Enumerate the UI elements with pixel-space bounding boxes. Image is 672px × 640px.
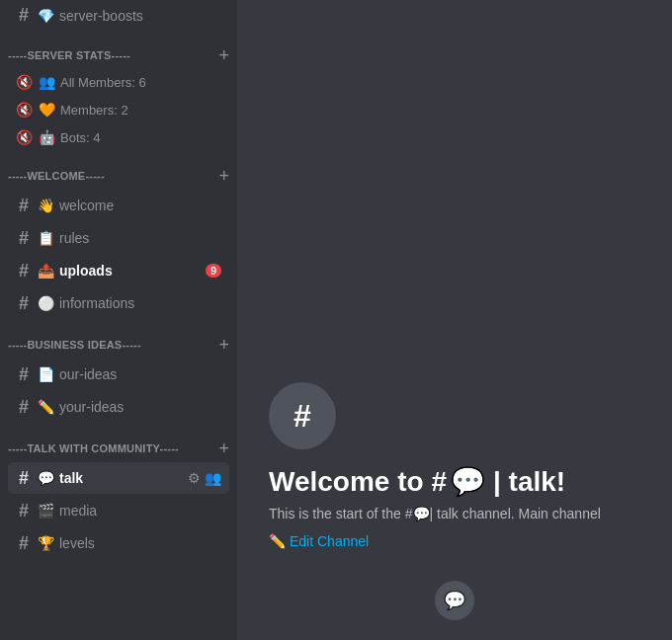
channel-name-our-ideas: our-ideas [59, 366, 221, 382]
channel-emoji-your-ideas: ✏️ [38, 399, 54, 415]
stat-emoji-0: 👥 [39, 74, 55, 90]
channel-name-your-ideas: your-ideas [59, 399, 221, 415]
channel-row-welcome[interactable]: # 👋 welcome [8, 190, 229, 221]
stat-emoji-1: 🧡 [39, 102, 55, 118]
uploads-badge: 9 [206, 264, 221, 278]
category-label-business: -----BUSINESS IDEAS----- [8, 339, 141, 351]
volume-icon-0: 🔇 [16, 74, 33, 90]
welcome-title: Welcome to #💬 | talk! [269, 465, 640, 498]
channel-emoji-our-ideas: 📄 [38, 366, 54, 382]
hash-icon: # [16, 293, 32, 314]
welcome-title-suffix: | talk! [493, 466, 565, 498]
channel-name-levels: levels [59, 535, 221, 551]
bottom-avatar-icon: 💬 [444, 590, 465, 611]
main-content: # Welcome to #💬 | talk! This is the star… [237, 0, 672, 640]
channel-emoji-talk: 💬 [38, 470, 54, 486]
channel-row-rules[interactable]: # 📋 rules [8, 222, 229, 254]
category-add-community[interactable]: + [218, 440, 229, 457]
stat-name-2: Bots: 4 [60, 130, 100, 145]
welcome-desc-text: This is the start of the # [269, 506, 413, 521]
bottom-hint: 💬 [237, 565, 672, 620]
channel-row-talk[interactable]: # 💬 talk ⚙ 👥 [8, 462, 229, 494]
members-icon[interactable]: 👥 [205, 470, 221, 486]
channel-row-levels[interactable]: # 🏆 levels [8, 527, 229, 559]
channel-talk-icons: ⚙ 👥 [188, 470, 221, 486]
channel-emoji-welcome: 👋 [38, 198, 54, 213]
category-business[interactable]: -----BUSINESS IDEAS----- + [0, 320, 237, 358]
hash-icon: # [16, 5, 32, 26]
channel-row-server-boosts[interactable]: # 💎 server-boosts [8, 1, 229, 30]
hash-icon: # [16, 501, 32, 521]
channel-name-rules: rules [59, 230, 221, 246]
hash-icon: # [16, 196, 32, 216]
category-label-server-stats: -----SERVER STATS----- [8, 49, 130, 61]
category-welcome[interactable]: -----WELCOME----- + [0, 151, 237, 189]
category-server-stats[interactable]: -----SERVER STATS----- + [0, 31, 237, 68]
volume-icon-1: 🔇 [16, 102, 33, 118]
category-add-server-stats[interactable]: + [218, 46, 229, 64]
channel-name-uploads: uploads [59, 263, 206, 279]
channel-emoji-uploads: 📤 [38, 263, 54, 279]
welcome-title-prefix: Welcome to # [269, 466, 447, 498]
hash-icon: # [16, 228, 32, 249]
channel-row-our-ideas[interactable]: # 📄 our-ideas [8, 359, 229, 390]
category-label-welcome: -----WELCOME----- [8, 170, 105, 182]
bottom-avatar: 💬 [435, 581, 474, 620]
channel-emoji-rules: 📋 [38, 230, 54, 246]
sidebar: # 💎 server-boosts -----SERVER STATS-----… [0, 0, 237, 640]
channel-name-welcome: welcome [59, 198, 221, 213]
welcome-section: # Welcome to #💬 | talk! This is the star… [237, 359, 672, 565]
category-label-community: -----TALK WITH COMMUNITY----- [8, 442, 179, 454]
channel-emoji-media: 🎬 [38, 503, 54, 519]
channel-name-informations: informations [59, 295, 221, 311]
channel-row-media[interactable]: # 🎬 media [8, 495, 229, 526]
stat-row-all-members[interactable]: 🔇 👥 All Members: 6 [0, 68, 237, 96]
volume-icon-2: 🔇 [16, 129, 33, 145]
hash-icon: # [16, 468, 32, 489]
welcome-hash-symbol: # [294, 398, 311, 435]
boost-channel-name: server-boosts [59, 8, 221, 24]
hash-icon: # [16, 261, 32, 281]
category-community[interactable]: -----TALK WITH COMMUNITY----- + [0, 424, 237, 461]
welcome-title-emoji: 💬 [451, 465, 485, 498]
category-add-welcome[interactable]: + [218, 167, 229, 185]
channel-emoji-informations: ⚪ [38, 295, 54, 311]
stat-row-members[interactable]: 🔇 🧡 Members: 2 [0, 96, 237, 123]
channel-row-uploads[interactable]: # 📤 uploads 9 [8, 255, 229, 286]
channel-name-media: media [59, 503, 221, 519]
channel-row-informations[interactable]: # ⚪ informations [8, 287, 229, 319]
stat-row-bots[interactable]: 🔇 🤖 Bots: 4 [0, 123, 237, 151]
edit-channel-label: Edit Channel [290, 533, 369, 549]
settings-icon[interactable]: ⚙ [188, 470, 201, 486]
hash-icon: # [16, 397, 32, 418]
welcome-desc: This is the start of the #💬| talk channe… [269, 506, 640, 521]
welcome-hash-circle: # [269, 382, 336, 449]
channel-emoji-levels: 🏆 [38, 535, 54, 551]
boost-emoji: 💎 [38, 8, 54, 24]
stat-name-1: Members: 2 [60, 103, 128, 118]
channel-name-talk: talk [59, 470, 184, 486]
welcome-desc-emoji: 💬 [413, 506, 430, 521]
stat-name-0: All Members: 6 [60, 75, 146, 90]
hash-icon: # [16, 533, 32, 554]
edit-channel-link[interactable]: ✏️ Edit Channel [269, 533, 640, 549]
welcome-desc-suffix: | talk channel. Main channel [430, 506, 601, 521]
stat-emoji-2: 🤖 [39, 129, 55, 145]
channel-row-your-ideas[interactable]: # ✏️ your-ideas [8, 391, 229, 423]
category-add-business[interactable]: + [218, 336, 229, 354]
hash-icon: # [16, 364, 32, 385]
pencil-icon: ✏️ [269, 533, 286, 549]
